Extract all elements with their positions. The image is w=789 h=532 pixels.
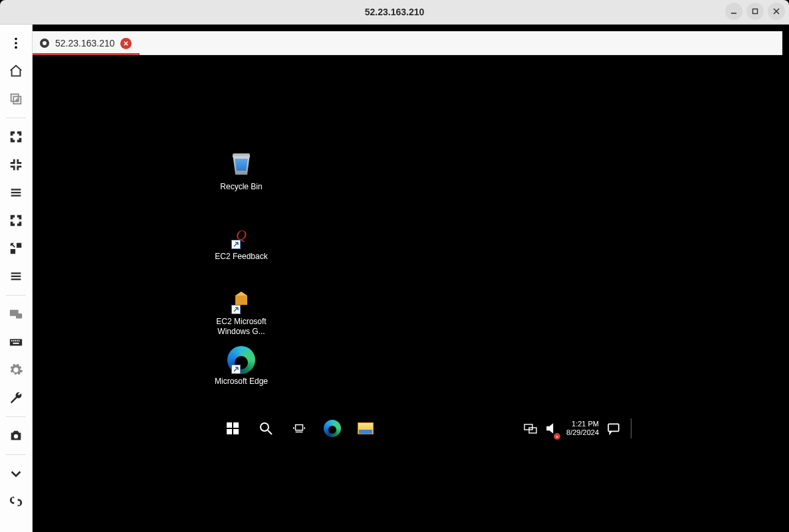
menu-icon[interactable] xyxy=(4,31,28,55)
menu-lines-icon[interactable] xyxy=(4,181,28,205)
taskbar-show-desktop[interactable] xyxy=(631,418,631,438)
shortcut-arrow-icon xyxy=(231,240,241,249)
connection-tab[interactable]: 52.23.163.210 xyxy=(33,32,140,54)
disconnect-icon[interactable] xyxy=(4,489,28,513)
screenshot-camera-icon[interactable] xyxy=(4,424,28,448)
start-button[interactable] xyxy=(223,419,242,438)
fit-window-icon[interactable] xyxy=(4,209,28,232)
fullscreen-in-icon[interactable] xyxy=(4,125,28,149)
taskbar-file-explorer-icon[interactable] xyxy=(356,419,375,438)
menu-lines-2-icon[interactable] xyxy=(4,264,28,288)
taskbar-date: 8/29/2024 xyxy=(566,428,599,437)
search-icon[interactable] xyxy=(257,419,275,438)
desktop-icon-ec2-feedback[interactable]: Q EC2 Feedback xyxy=(211,221,271,262)
recycle-bin-icon xyxy=(227,151,255,179)
remote-viewport: Recycle Bin Q EC2 Feedback xyxy=(33,55,782,525)
svg-point-5 xyxy=(15,42,17,44)
shortcut-arrow-icon xyxy=(231,365,241,374)
svg-rect-32 xyxy=(233,422,239,428)
svg-rect-31 xyxy=(227,422,232,428)
svg-rect-18 xyxy=(16,313,22,318)
tab-label: 52.23.163.210 xyxy=(55,38,115,48)
volume-muted-icon[interactable]: × xyxy=(545,419,558,438)
client-sidebar xyxy=(0,25,33,532)
keyboard-icon[interactable] xyxy=(4,330,28,354)
home-icon[interactable] xyxy=(4,59,28,83)
minimize-button[interactable] xyxy=(725,3,742,20)
multi-monitor-icon[interactable] xyxy=(4,302,28,326)
svg-rect-37 xyxy=(296,425,303,430)
connection-tabstrip: 52.23.163.210 xyxy=(33,31,782,55)
action-center-icon[interactable] xyxy=(607,419,620,438)
svg-point-28 xyxy=(43,41,47,45)
svg-point-35 xyxy=(261,423,269,431)
taskbar-edge-icon[interactable] xyxy=(323,419,342,438)
windows-taskbar: × 1:21 PM 8/29/2024 xyxy=(215,415,638,442)
desktop-icon-edge[interactable]: Microsoft Edge xyxy=(211,346,271,387)
svg-rect-33 xyxy=(227,429,232,434)
window-title: 52.23.163.210 xyxy=(0,7,789,17)
duplicate-session-icon[interactable] xyxy=(4,87,28,111)
icon-label: EC2 Microsoft Windows G... xyxy=(211,317,271,337)
svg-rect-23 xyxy=(17,340,18,341)
settings-gear-icon[interactable] xyxy=(4,358,28,382)
svg-rect-43 xyxy=(608,424,619,431)
q-icon: Q xyxy=(227,221,255,249)
svg-rect-19 xyxy=(10,339,22,345)
svg-rect-41 xyxy=(524,424,532,430)
shortcut-arrow-icon xyxy=(231,305,241,314)
close-button[interactable] xyxy=(768,3,785,20)
windows-desktop[interactable]: Recycle Bin Q EC2 Feedback xyxy=(33,55,782,525)
edge-icon xyxy=(227,346,255,374)
network-icon[interactable] xyxy=(524,419,537,438)
scale-icon[interactable] xyxy=(4,236,28,260)
taskbar-time: 1:21 PM xyxy=(566,420,599,428)
svg-rect-20 xyxy=(11,340,13,341)
tools-wrench-icon[interactable] xyxy=(4,386,28,410)
svg-point-26 xyxy=(14,434,18,438)
chevron-down-icon[interactable] xyxy=(4,462,28,486)
svg-rect-24 xyxy=(19,340,20,341)
svg-rect-22 xyxy=(15,340,16,341)
icon-label: EC2 Feedback xyxy=(211,252,271,262)
svg-rect-1 xyxy=(753,9,758,14)
remmina-icon xyxy=(39,38,50,48)
taskbar-clock[interactable]: 1:21 PM 8/29/2024 xyxy=(566,420,599,437)
icon-label: Microsoft Edge xyxy=(211,377,271,387)
tab-close-icon[interactable] xyxy=(120,38,132,49)
svg-line-36 xyxy=(268,430,272,434)
task-view-icon[interactable] xyxy=(290,419,308,438)
desktop-icon-recycle-bin[interactable]: Recycle Bin xyxy=(211,151,271,192)
desktop-icon-ec2-ms-guide[interactable]: EC2 Microsoft Windows G... xyxy=(211,286,271,337)
fullscreen-out-icon[interactable] xyxy=(4,153,28,177)
svg-point-6 xyxy=(15,46,17,49)
svg-rect-25 xyxy=(13,343,19,344)
package-box-icon xyxy=(227,286,255,314)
svg-point-4 xyxy=(15,38,17,41)
maximize-button[interactable] xyxy=(746,3,764,20)
svg-rect-34 xyxy=(233,429,239,434)
icon-label: Recycle Bin xyxy=(211,182,271,192)
svg-rect-21 xyxy=(13,340,14,341)
titlebar: 52.23.163.210 xyxy=(0,0,789,25)
